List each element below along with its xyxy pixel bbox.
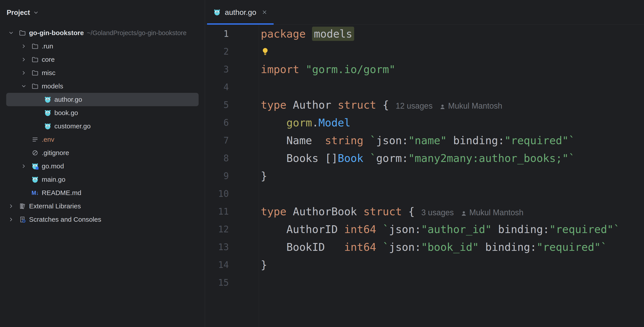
code-token: gorm	[286, 116, 312, 129]
tree-item-core[interactable]: core	[6, 53, 198, 66]
code-line-3[interactable]: 3import "gorm.io/gorm"	[205, 61, 644, 78]
code-token: Model	[318, 116, 351, 129]
tree-item-label: main.go	[42, 176, 66, 183]
tree-item-customer-go[interactable]: customer.go	[6, 120, 198, 133]
code-text: import "gorm.io/gorm"	[259, 63, 396, 76]
chevron-right-icon[interactable]	[21, 43, 31, 49]
line-number[interactable]: 11	[205, 206, 259, 217]
code-token: Author	[293, 99, 338, 111]
tree-item-main-go[interactable]: main.go	[6, 173, 198, 186]
line-number[interactable]: 15	[205, 277, 259, 288]
chevron-right-icon[interactable]	[8, 217, 18, 222]
tree-item-go-mod[interactable]: go.mod	[6, 160, 198, 173]
usages-inlay-hint[interactable]: 3 usages	[422, 208, 454, 217]
tree-item-go-gin-bookstore[interactable]: go-gin-bookstore~/GolandProjects/go-gin-…	[6, 26, 198, 40]
code-line-15[interactable]: 15	[205, 274, 644, 291]
code-line-14[interactable]: 14}	[205, 256, 644, 274]
code-line-9[interactable]: 9}	[205, 167, 644, 185]
code-token: "required"	[536, 241, 601, 253]
tree-item-label: book.go	[54, 109, 78, 117]
code-text: type Author struct {12 usagesMukul Manto…	[259, 99, 502, 111]
line-number[interactable]: 4	[205, 82, 259, 92]
tree-item-book-go[interactable]: book.go	[6, 106, 198, 120]
code-line-13[interactable]: 13 BookID int64 `json:"book_id" binding:…	[205, 238, 644, 256]
intention-bulb-icon[interactable]	[261, 46, 270, 58]
project-path: ~/GolandProjects/go-gin-bookstore	[87, 29, 187, 37]
line-number[interactable]: 13	[205, 242, 259, 252]
chevron-right-icon[interactable]	[21, 70, 31, 76]
chevron-right-icon[interactable]	[8, 203, 18, 209]
project-panel-header[interactable]: Project	[0, 0, 205, 25]
code-token: int64	[344, 241, 376, 253]
code-token: "many2many:author_books;"	[408, 152, 568, 164]
code-line-1[interactable]: 1package models	[205, 25, 644, 43]
tree-item-label: .gitignore	[42, 149, 69, 157]
code-token: AuthorBook	[293, 205, 364, 218]
tree-item-label: customer.go	[54, 122, 90, 130]
ignore-icon	[31, 150, 39, 156]
line-number[interactable]: 7	[205, 135, 259, 146]
code-line-11[interactable]: 11type AuthorBook struct {3 usagesMukul …	[205, 203, 644, 220]
author-inlay-hint[interactable]: Mukul Mantosh	[439, 101, 502, 110]
code-token: type	[261, 205, 293, 218]
code-token: BookID	[261, 241, 344, 253]
line-number[interactable]: 14	[205, 260, 259, 270]
chevron-down-icon[interactable]	[21, 83, 31, 89]
code-token: int64	[344, 223, 376, 235]
line-number[interactable]: 1	[205, 29, 259, 39]
tree-item-gitignore[interactable]: .gitignore	[6, 146, 198, 160]
line-number[interactable]: 12	[205, 224, 259, 234]
code-token: {	[408, 205, 415, 218]
tree-item-scratches-and-consoles[interactable]: Scratches and Consoles	[6, 213, 198, 226]
code-token: `	[601, 241, 607, 253]
line-number[interactable]: 10	[205, 189, 259, 199]
code-token: "author_id"	[421, 223, 492, 235]
line-number[interactable]: 5	[205, 100, 259, 110]
tree-item-label: models	[42, 82, 63, 90]
close-icon[interactable]	[262, 9, 268, 15]
code-token: }	[261, 170, 267, 182]
code-token: Books []	[261, 152, 338, 164]
line-number[interactable]: 9	[205, 171, 259, 181]
code-line-5[interactable]: 5type Author struct {12 usagesMukul Mant…	[205, 96, 644, 114]
usages-inlay-hint[interactable]: 12 usages	[396, 101, 432, 110]
line-number[interactable]: 2	[205, 47, 259, 57]
chevron-down-icon[interactable]	[33, 10, 39, 16]
tree-item-run[interactable]: .run	[6, 40, 198, 53]
code-area[interactable]: 1package models23import "gorm.io/gorm"45…	[205, 25, 644, 291]
go-icon	[44, 96, 52, 103]
code-line-12[interactable]: 12 AuthorID int64 `json:"author_id" bind…	[205, 220, 644, 238]
folder-icon	[31, 56, 39, 63]
tree-item-label: .env	[42, 136, 54, 143]
gomod-icon	[31, 162, 39, 170]
tree-item-label: misc	[42, 69, 56, 77]
code-text: package models	[259, 28, 354, 40]
author-inlay-hint[interactable]: Mukul Mantosh	[460, 208, 524, 217]
tree-item-author-go[interactable]: author.go	[6, 93, 198, 106]
md-icon: M↓	[31, 190, 39, 196]
line-number[interactable]: 3	[205, 64, 259, 74]
tree-item-label: go.mod	[42, 162, 64, 170]
tree-item-readme-md[interactable]: M↓README.md	[6, 186, 198, 199]
tree-item-misc[interactable]: misc	[6, 66, 198, 80]
code-line-2[interactable]: 2	[205, 43, 644, 61]
line-number[interactable]: 6	[205, 118, 259, 128]
tree-item-external-libraries[interactable]: External Libraries	[6, 199, 198, 213]
tree-item-models[interactable]: models	[6, 80, 198, 93]
code-line-6[interactable]: 6 gorm.Model	[205, 114, 644, 132]
chevron-right-icon[interactable]	[21, 163, 31, 169]
chevron-down-icon[interactable]	[8, 30, 18, 36]
tree-item-env[interactable]: .env	[6, 133, 198, 146]
code-text: }	[259, 170, 267, 182]
code-line-7[interactable]: 7 Name string `json:"name" binding:"requ…	[205, 132, 644, 149]
code-line-10[interactable]: 10	[205, 185, 644, 203]
editor-tab-author-go[interactable]: author.go	[207, 0, 274, 25]
project-tree: go-gin-bookstore~/GolandProjects/go-gin-…	[0, 25, 205, 226]
chevron-right-icon[interactable]	[21, 57, 31, 63]
code-line-4[interactable]: 4	[205, 78, 644, 96]
code-token: binding:	[479, 241, 536, 253]
code-text: gorm.Model	[259, 116, 351, 129]
line-number[interactable]: 8	[205, 153, 259, 163]
code-token: `	[382, 223, 389, 235]
code-line-8[interactable]: 8 Books []Book `gorm:"many2many:author_b…	[205, 149, 644, 167]
